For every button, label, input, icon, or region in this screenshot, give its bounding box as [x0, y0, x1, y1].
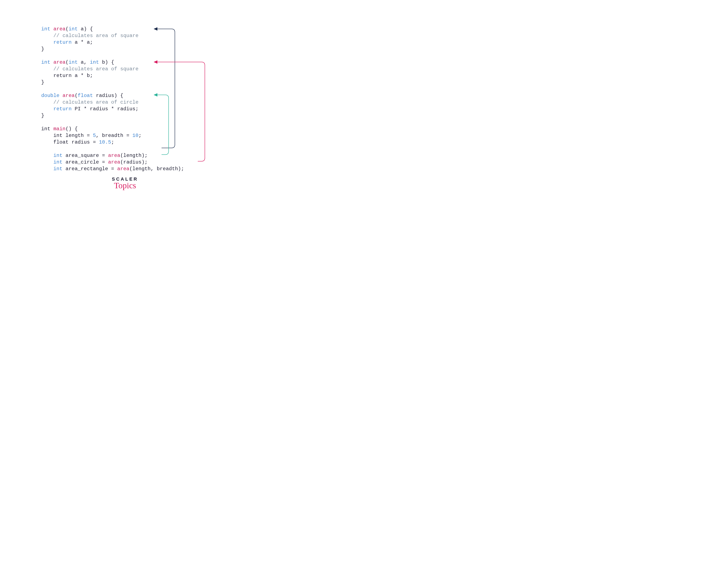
scaler-logo: SCALER Topics — [0, 177, 250, 190]
fn-area-1: area — [53, 26, 65, 32]
call-area-rect: area — [117, 166, 129, 172]
fn-main: main — [53, 126, 65, 132]
call-area-square: area — [108, 153, 120, 158]
kw-double: double — [41, 93, 60, 98]
call-area-circle: area — [108, 159, 120, 165]
logo-line2: Topics — [0, 181, 250, 190]
comment-circ: // calculates area of circle — [41, 99, 139, 105]
kw-int: int — [41, 26, 50, 32]
fn-area-2: area — [53, 60, 65, 65]
fn-area-3: area — [62, 93, 75, 98]
comment-rect: // calculates area of square — [41, 66, 139, 72]
code-block: int area(int a) { // calculates area of … — [41, 19, 184, 172]
diagram-canvas: int area(int a) { // calculates area of … — [0, 0, 250, 208]
kw-int: int — [41, 60, 50, 65]
comment-sq: // calculates area of square — [41, 33, 139, 38]
